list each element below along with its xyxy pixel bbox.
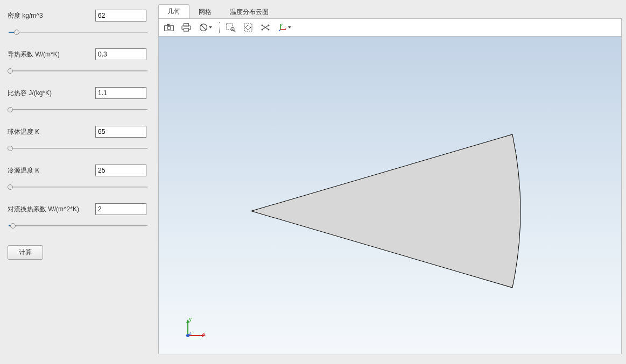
chevron-down-icon — [209, 26, 212, 28]
param-specific-heat: 比热容 J/(kg*K) — [8, 87, 146, 114]
geometry-canvas[interactable]: y x z — [159, 36, 621, 354]
density-input[interactable] — [95, 10, 146, 22]
svg-point-1 — [167, 26, 171, 30]
svg-text:x: x — [285, 26, 286, 30]
param-cold-temp: 冷源温度 K — [8, 165, 146, 191]
conductivity-input[interactable] — [95, 48, 146, 60]
camera-icon[interactable] — [162, 20, 176, 34]
svg-point-15 — [268, 29, 270, 31]
rotate-icon[interactable] — [258, 20, 272, 34]
svg-point-13 — [268, 25, 270, 26]
svg-text:y: y — [281, 23, 283, 26]
visualization-panel: 几何 网格 温度分布云图 — [154, 0, 626, 364]
svg-point-12 — [262, 25, 263, 26]
param-convection: 对流换热系数 W/(m^2*K) — [8, 203, 146, 230]
compute-button[interactable]: 计算 — [8, 245, 43, 260]
conductivity-slider[interactable] — [9, 67, 147, 75]
svg-line-10 — [234, 30, 235, 32]
convection-input[interactable] — [95, 203, 146, 215]
zoom-box-icon[interactable] — [224, 20, 238, 34]
param-label: 密度 kg/m^3 — [8, 11, 43, 20]
axis-x-label: x — [203, 331, 206, 337]
svg-rect-2 — [167, 24, 170, 26]
param-label: 冷源温度 K — [8, 166, 39, 175]
view-toolbar: x y — [159, 19, 621, 36]
param-label: 对流换热系数 W/(m^2*K) — [8, 205, 79, 214]
svg-line-7 — [201, 25, 206, 30]
view-area: x y y x z — [158, 18, 622, 354]
axis-y-label: y — [189, 316, 192, 322]
svg-rect-5 — [184, 28, 189, 31]
chevron-down-icon — [288, 26, 291, 28]
param-label: 导热系数 W/(m*K) — [8, 50, 60, 59]
fit-view-icon[interactable] — [241, 20, 255, 34]
tab-temperature-cloud[interactable]: 温度分布云图 — [221, 5, 278, 19]
param-conductivity: 导热系数 W/(m*K) — [8, 48, 146, 75]
toolbar-separator — [219, 22, 220, 33]
param-label: 球体温度 K — [8, 127, 39, 137]
density-slider[interactable] — [9, 28, 147, 37]
axis-icon[interactable]: x y — [276, 20, 294, 34]
specific-heat-slider[interactable] — [9, 105, 147, 114]
param-density: 密度 kg/m^3 — [8, 10, 146, 37]
view-tabs: 几何 网格 温度分布云图 — [154, 2, 622, 18]
cold-temp-slider[interactable] — [9, 183, 147, 191]
reset-view-icon[interactable] — [196, 20, 215, 34]
axis-gizmo: y x z — [181, 317, 206, 342]
cold-temp-input[interactable] — [95, 165, 146, 176]
axis-z-label: z — [189, 330, 192, 336]
parameter-panel: 密度 kg/m^3 导热系数 W/(m*K) 比热容 J/(kg*K) — [0, 0, 154, 364]
param-label: 比热容 J/(kg*K) — [8, 89, 52, 98]
sphere-temp-slider[interactable] — [9, 144, 147, 153]
param-sphere-temp: 球体温度 K — [8, 126, 146, 153]
svg-rect-8 — [227, 24, 233, 30]
tab-mesh[interactable]: 网格 — [189, 5, 221, 19]
sphere-temp-input[interactable] — [95, 126, 146, 138]
tab-geometry[interactable]: 几何 — [158, 4, 189, 19]
specific-heat-input[interactable] — [95, 87, 146, 99]
geometry-shape — [159, 37, 621, 354]
convection-slider[interactable] — [9, 222, 147, 230]
svg-line-18 — [279, 30, 280, 31]
print-icon[interactable] — [179, 20, 193, 34]
svg-point-14 — [262, 29, 263, 31]
